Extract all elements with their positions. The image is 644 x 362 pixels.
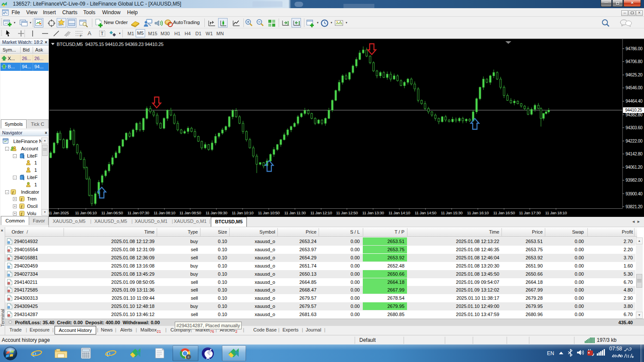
svg-text:BTCUSD,M5 94375.15 94410.25 9: BTCUSD,M5 94375.15 94410.25 94369.23 944… <box>57 42 164 47</box>
svg-text:T: T <box>101 31 104 36</box>
svg-text:94464.40: 94464.40 <box>626 99 643 103</box>
svg-text:11 Jan 12:10: 11 Jan 12:10 <box>310 210 332 215</box>
svg-text:93900.40: 93900.40 <box>626 192 643 196</box>
svg-text:11 Jan 13:30: 11 Jan 13:30 <box>362 210 384 215</box>
svg-text:11 Jan 16:10: 11 Jan 16:10 <box>467 210 489 215</box>
svg-text:F: F <box>80 34 82 37</box>
svg-text:94303.60: 94303.60 <box>626 125 643 130</box>
svg-text:11 Jan 07:30: 11 Jan 07:30 <box>128 210 149 215</box>
svg-text:11 Jan 16:50: 11 Jan 16:50 <box>493 210 515 215</box>
svg-text:11 Jan 2025: 11 Jan 2025 <box>49 210 69 215</box>
svg-text:11 Jan 14:10: 11 Jan 14:10 <box>389 210 410 215</box>
svg-text:11 Jan 06:50: 11 Jan 06:50 <box>101 210 123 215</box>
svg-text:93982.00: 93982.00 <box>626 178 643 183</box>
svg-text:94546.00: 94546.00 <box>626 85 643 90</box>
svg-text:11 Jan 12:50: 11 Jan 12:50 <box>336 210 358 215</box>
svg-text:11 Jan 15:30: 11 Jan 15:30 <box>441 210 463 215</box>
svg-text:11 Jan 08:50: 11 Jan 08:50 <box>179 210 201 215</box>
svg-text:94410.25: 94410.25 <box>625 108 642 113</box>
svg-text:11 Jan 17:30: 11 Jan 17:30 <box>519 210 541 215</box>
svg-text:11 Jan 09:30: 11 Jan 09:30 <box>206 210 228 215</box>
svg-text:94142.80: 94142.80 <box>626 152 643 156</box>
svg-text:11 Jan 14:50: 11 Jan 14:50 <box>415 210 437 215</box>
svg-text:94625.20: 94625.20 <box>626 73 643 77</box>
svg-text:11 Jan 10:50: 11 Jan 10:50 <box>258 210 280 215</box>
svg-text:11 Jan 18:10: 11 Jan 18:10 <box>545 210 567 215</box>
svg-text:11 Jan 10:10: 11 Jan 10:10 <box>232 210 254 215</box>
svg-text:94706.80: 94706.80 <box>626 59 643 64</box>
svg-text:94222.00: 94222.00 <box>626 139 643 143</box>
svg-text:11 Jan 11:30: 11 Jan 11:30 <box>284 210 306 215</box>
svg-text:94786.00: 94786.00 <box>626 46 643 51</box>
svg-text:94382.80: 94382.80 <box>626 113 643 117</box>
svg-text:94061.20: 94061.20 <box>626 165 643 170</box>
svg-text:11 Jan 06:10: 11 Jan 06:10 <box>75 210 97 215</box>
svg-text:11 Jan 08:10: 11 Jan 08:10 <box>154 210 176 215</box>
svg-text:e: e <box>106 348 111 359</box>
svg-text:e: e <box>32 348 36 359</box>
